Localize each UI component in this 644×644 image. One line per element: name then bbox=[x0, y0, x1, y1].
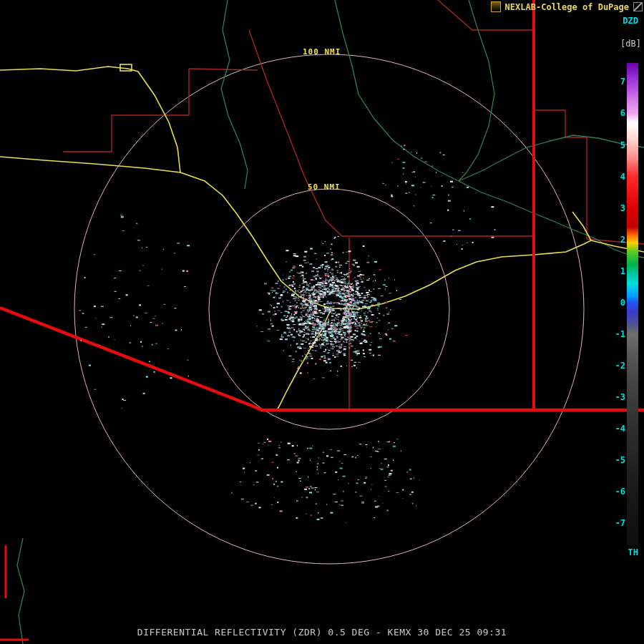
colorbar-tick: 2 bbox=[601, 234, 625, 245]
ring-50nmi bbox=[209, 189, 449, 429]
colorbar-bottom-label: TH bbox=[628, 547, 638, 557]
colorbar-tick: -6 bbox=[601, 486, 625, 497]
radar-screen: 100 NMI 50 NMI NEXLAB-College of DuPage … bbox=[0, 0, 644, 644]
colorbar-tick: -1 bbox=[601, 328, 625, 340]
international-border-line bbox=[0, 308, 644, 410]
ring-label-100nmi: 100 NMI bbox=[303, 47, 341, 57]
ring-label-50nmi: 50 NMI bbox=[308, 182, 341, 192]
county-line bbox=[63, 69, 189, 152]
colorbar-tick: -7 bbox=[601, 517, 625, 529]
city-marker bbox=[120, 64, 132, 71]
county-border-lines bbox=[63, 0, 644, 409]
county-line bbox=[189, 69, 258, 70]
colorbar-tick: -4 bbox=[601, 423, 625, 434]
colorbar-tick: -2 bbox=[601, 360, 625, 371]
ring-100nmi bbox=[74, 54, 584, 564]
range-rings bbox=[74, 54, 584, 564]
colorbar-tick: 0 bbox=[601, 297, 625, 308]
colorbar-product-label: DZD bbox=[623, 16, 638, 26]
colorbar-tick: -3 bbox=[601, 391, 625, 403]
colorbar-tick: 5 bbox=[601, 140, 625, 151]
highway-line bbox=[572, 212, 591, 240]
map-overlay bbox=[0, 0, 644, 644]
colorbar-tick: 3 bbox=[601, 203, 625, 214]
nexlab-logo-icon bbox=[491, 1, 501, 12]
colorbar-gradient bbox=[627, 63, 638, 545]
state-border-lines bbox=[0, 0, 644, 640]
product-caption: DIFFERENTIAL REFLECTIVITY (ZDR) 0.5 DEG … bbox=[0, 627, 644, 638]
county-line bbox=[249, 30, 342, 236]
colorbar-tick: -5 bbox=[601, 454, 625, 466]
river-line bbox=[335, 0, 459, 181]
radar-echo-layer bbox=[0, 0, 644, 644]
highway-lines bbox=[0, 64, 644, 410]
highway-line bbox=[0, 157, 644, 309]
highway-line bbox=[0, 67, 180, 172]
river-lines bbox=[17, 0, 644, 644]
colorbar-tick: 7 bbox=[601, 76, 625, 87]
colorbar-tick: 6 bbox=[601, 107, 625, 119]
colorbar-tick: 1 bbox=[601, 265, 625, 277]
colorbar: DZD [dB] 76543210-1-2-3-4-5-6-7 TH bbox=[601, 0, 644, 644]
river-line bbox=[459, 0, 494, 181]
river-line bbox=[221, 0, 248, 189]
colorbar-tick: 4 bbox=[601, 171, 625, 182]
colorbar-units-label: [dB] bbox=[620, 39, 641, 49]
highway-line bbox=[277, 308, 331, 410]
